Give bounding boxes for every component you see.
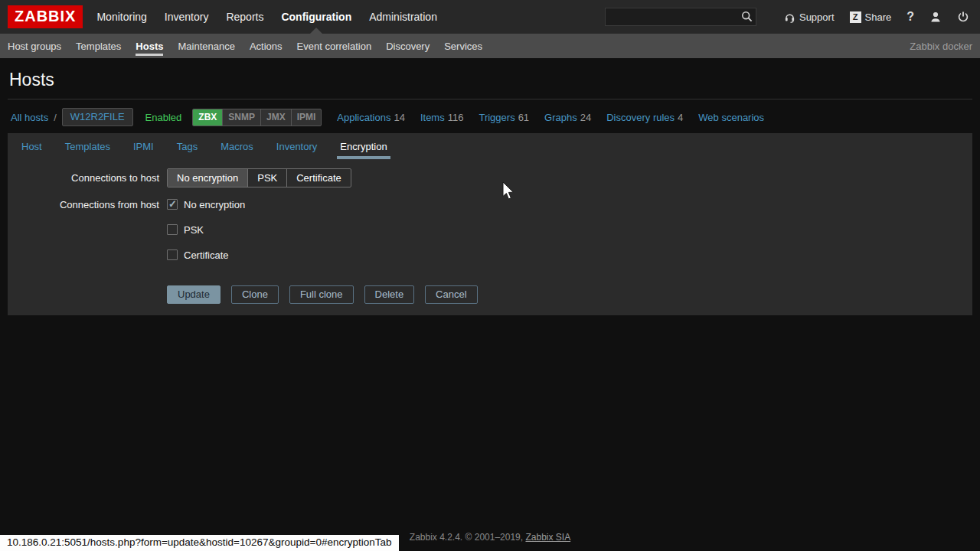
psk-checkbox-label[interactable]: PSK <box>184 224 204 236</box>
help-icon: ? <box>906 10 914 24</box>
connections-to-host-row: Connections to host No encryption PSK Ce… <box>8 168 972 187</box>
from-host-no-encryption-row: No encryption <box>167 195 245 214</box>
connections-to-host-segmented: No encryption PSK Certificate <box>167 168 351 187</box>
tab-templates[interactable]: Templates <box>62 133 113 159</box>
signout-button[interactable] <box>957 11 969 23</box>
subnav-maintenance[interactable]: Maintenance <box>178 34 234 58</box>
graphs-link[interactable]: Graphs <box>544 112 577 123</box>
page-title: Hosts <box>0 58 980 99</box>
connections-from-host-options: No encryption PSK Certificate <box>167 195 245 271</box>
tab-encryption[interactable]: Encryption <box>337 133 390 159</box>
connections-from-host-row: Connections from host No encryption PSK … <box>8 195 972 271</box>
web-scenarios-link[interactable]: Web scenarios <box>698 112 764 123</box>
breadcrumb-all-hosts[interactable]: All hosts <box>11 112 48 123</box>
search-icon[interactable] <box>741 11 753 22</box>
subnav-event-correlation[interactable]: Event correlation <box>297 34 372 58</box>
zabbix-logo[interactable]: ZABBIX <box>8 5 83 28</box>
cancel-button[interactable]: Cancel <box>425 285 477 304</box>
config-subnav: Host groups Templates Hosts Maintenance … <box>0 34 980 58</box>
items-link[interactable]: Items <box>420 112 445 123</box>
form-action-buttons: Update Clone Full clone Delete Cancel <box>167 285 972 304</box>
subnav-host-groups[interactable]: Host groups <box>8 34 61 58</box>
certificate-checkbox[interactable] <box>167 249 178 260</box>
subnav-templates[interactable]: Templates <box>76 34 121 58</box>
update-button[interactable]: Update <box>167 285 220 304</box>
main-nav: Monitoring Inventory Reports Configurati… <box>96 0 454 34</box>
snmp-badge: SNMP <box>222 109 260 126</box>
tab-inventory[interactable]: Inventory <box>273 133 320 159</box>
interface-availability-badges: ZBX SNMP JMX IPMI <box>192 109 322 126</box>
title-divider <box>8 99 972 99</box>
breadcrumb-host-name[interactable]: W12R2FILE <box>62 108 133 126</box>
no-encryption-checkbox-label[interactable]: No encryption <box>184 199 245 210</box>
search-box <box>605 8 756 26</box>
search-input[interactable] <box>605 8 756 26</box>
power-icon <box>957 11 969 23</box>
support-link[interactable]: Support <box>784 11 835 23</box>
psk-checkbox[interactable] <box>167 224 178 235</box>
server-name-label: Zabbix docker <box>910 41 972 52</box>
triggers-count: 61 <box>518 112 529 123</box>
zbx-badge: ZBX <box>193 109 222 126</box>
host-status-badge[interactable]: Enabled <box>145 112 182 123</box>
host-edit-tabs: Host Templates IPMI Tags Macros Inventor… <box>8 133 972 159</box>
connections-from-host-label: Connections from host <box>8 195 167 271</box>
nav-reports[interactable]: Reports <box>226 0 263 34</box>
breadcrumb: All hosts / W12R2FILE Enabled ZBX SNMP J… <box>11 108 969 126</box>
discovery-rules-link-group: Discovery rules4 <box>606 112 683 123</box>
web-scenarios-link-group: Web scenarios <box>698 112 767 123</box>
applications-link-group: Applications14 <box>337 112 405 123</box>
help-button[interactable]: ? <box>906 10 914 24</box>
applications-count: 14 <box>394 112 404 123</box>
tab-host[interactable]: Host <box>18 133 45 159</box>
full-clone-button[interactable]: Full clone <box>289 285 354 304</box>
browser-status-url: 10.186.0.21:5051/hosts.php?form=update&h… <box>0 535 399 551</box>
nav-inventory[interactable]: Inventory <box>165 0 209 34</box>
share-z-icon: Z <box>850 11 861 23</box>
support-label: Support <box>799 11 835 23</box>
from-host-psk-row: PSK <box>167 220 245 239</box>
encryption-form: Connections to host No encryption PSK Ce… <box>8 168 972 304</box>
subnav-discovery[interactable]: Discovery <box>386 34 430 58</box>
nav-configuration[interactable]: Configuration <box>281 0 351 34</box>
items-count: 116 <box>448 112 464 123</box>
share-label: Share <box>865 11 892 23</box>
applications-link[interactable]: Applications <box>337 112 390 123</box>
user-icon <box>929 11 942 23</box>
subnav-services[interactable]: Services <box>444 34 482 58</box>
items-link-group: Items116 <box>420 112 464 123</box>
to-host-certificate-option[interactable]: Certificate <box>286 169 351 187</box>
discovery-rules-link[interactable]: Discovery rules <box>606 112 675 123</box>
tab-tags[interactable]: Tags <box>174 133 201 159</box>
subnav-actions[interactable]: Actions <box>250 34 283 58</box>
no-encryption-checkbox[interactable] <box>167 199 178 210</box>
to-host-no-encryption-option[interactable]: No encryption <box>168 169 247 187</box>
nav-administration[interactable]: Administration <box>369 0 437 34</box>
certificate-checkbox-label[interactable]: Certificate <box>184 249 229 261</box>
triggers-link[interactable]: Triggers <box>479 112 514 123</box>
top-header: ZABBIX Monitoring Inventory Reports Conf… <box>0 0 980 34</box>
tab-macros[interactable]: Macros <box>217 133 256 159</box>
clone-button[interactable]: Clone <box>231 285 279 304</box>
ipmi-badge: IPMI <box>291 109 322 126</box>
discovery-rules-count: 4 <box>678 112 683 123</box>
zabbix-sia-link[interactable]: Zabbix SIA <box>525 532 570 543</box>
graphs-link-group: Graphs24 <box>544 112 591 123</box>
connections-to-host-label: Connections to host <box>8 168 167 187</box>
delete-button[interactable]: Delete <box>364 285 415 304</box>
header-actions: Support Z Share ? <box>605 0 980 34</box>
subnav-hosts[interactable]: Hosts <box>136 34 163 58</box>
nav-monitoring[interactable]: Monitoring <box>96 0 146 34</box>
graphs-count: 24 <box>580 112 591 123</box>
host-edit-panel: Host Templates IPMI Tags Macros Inventor… <box>8 133 972 315</box>
tab-ipmi[interactable]: IPMI <box>130 133 157 159</box>
from-host-certificate-row: Certificate <box>167 246 245 264</box>
jmx-badge: JMX <box>260 109 291 126</box>
triggers-link-group: Triggers61 <box>479 112 529 123</box>
footer-version-text: Zabbix 4.2.4. © 2001–2019, <box>410 532 526 543</box>
profile-button[interactable] <box>929 11 942 23</box>
share-link[interactable]: Z Share <box>850 11 892 23</box>
to-host-psk-option[interactable]: PSK <box>247 169 286 187</box>
breadcrumb-separator: / <box>54 112 57 123</box>
headset-icon <box>784 11 795 23</box>
